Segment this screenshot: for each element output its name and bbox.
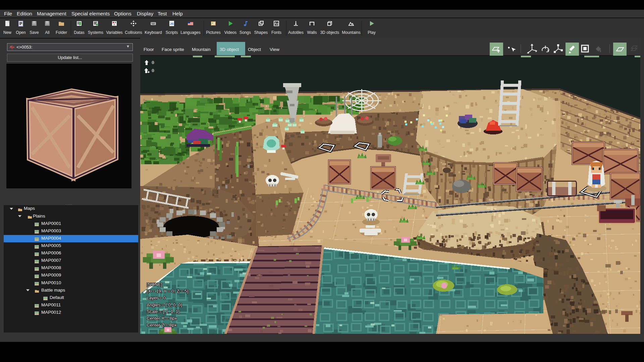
svg-text:JS: JS [170, 22, 173, 25]
svg-text:Aa: Aa [274, 22, 279, 25]
svg-text:R: R [113, 23, 115, 26]
